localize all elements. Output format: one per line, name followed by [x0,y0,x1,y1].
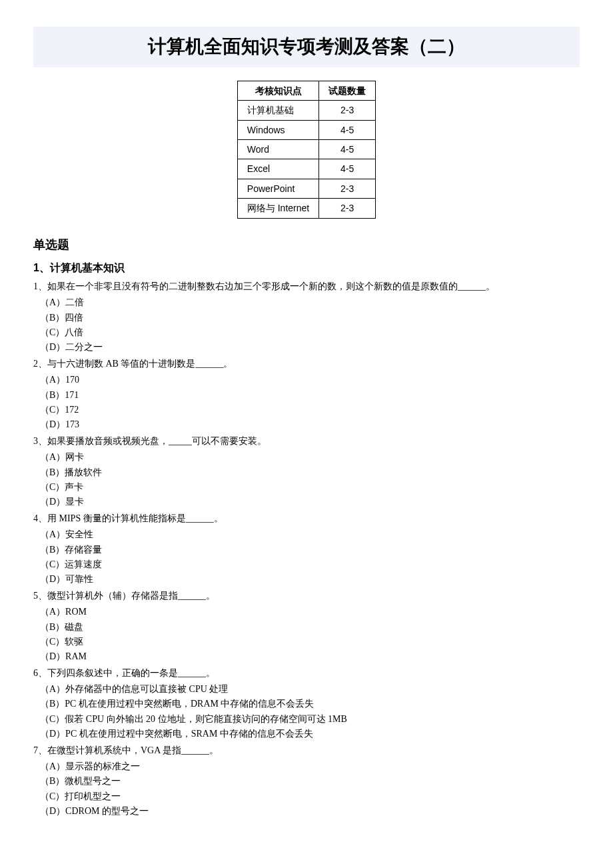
question-stem: 2、与十六进制数 AB 等值的十进制数是______。 [33,357,580,371]
cell-count: 2-3 [319,179,376,198]
option: （D）可靠性 [40,572,580,587]
question-stem: 4、用 MIPS 衡量的计算机性能指标是______。 [33,511,580,526]
option: （D）二分之一 [40,340,580,355]
option: （A）外存储器中的信息可以直接被 CPU 处理 [40,682,580,697]
question-block: 3、如果要播放音频或视频光盘，_____可以不需要安装。 （A）网卡 （B）播放… [33,434,580,510]
question-stem: 7、在微型计算机系统中，VGA 是指______。 [33,743,580,758]
option: （A）ROM [40,605,580,619]
question-block: 4、用 MIPS 衡量的计算机性能指标是______。 （A）安全性 （B）存储… [33,511,580,587]
cell-count: 4-5 [319,139,376,159]
cell-topic: 网络与 Internet [237,199,318,218]
table-header-row: 考核知识点 试题数量 [237,81,375,100]
cell-topic: Word [237,139,318,159]
option: （A）安全性 [40,527,580,542]
cell-count: 2-3 [319,199,376,218]
question-stem: 3、如果要播放音频或视频光盘，_____可以不需要安装。 [33,434,580,449]
option: （C）声卡 [40,480,580,495]
table-row: Windows 4-5 [237,120,375,139]
option: （C）打印机型之一 [40,789,580,804]
question-block: 7、在微型计算机系统中，VGA 是指______。 （A）显示器的标准之一 （B… [33,743,580,819]
option: （B）微机型号之一 [40,774,580,789]
option: （A）显示器的标准之一 [40,759,580,774]
table-row: 网络与 Internet 2-3 [237,199,375,218]
option: （C）八倍 [40,325,580,340]
option: （C）172 [40,403,580,417]
question-stem: 6、下列四条叙述中，正确的一条是______。 [33,666,580,681]
page-title: 计算机全面知识专项考测及答案（二） [148,32,465,62]
cell-topic: PowerPoint [237,179,318,198]
question-block: 1、如果在一个非零且没有符号的二进制整数右边加三个零形成一个新的数，则这个新数的… [33,279,580,355]
subsection-heading: 1、计算机基本知识 [33,259,580,277]
cell-count: 4-5 [319,120,376,139]
option: （A）二倍 [40,295,580,310]
cell-topic: 计算机基础 [237,101,318,120]
question-block: 6、下列四条叙述中，正确的一条是______。 （A）外存储器中的信息可以直接被… [33,666,580,742]
cell-topic: Windows [237,120,318,139]
option: （B）171 [40,388,580,403]
summary-table: 考核知识点 试题数量 计算机基础 2-3 Windows 4-5 Word 4-… [237,81,376,219]
option: （B）存储容量 [40,543,580,557]
question-block: 2、与十六进制数 AB 等值的十进制数是______。 （A）170 （B）17… [33,357,580,433]
title-bar: 计算机全面知识专项考测及答案（二） [33,27,580,67]
option: （D）173 [40,417,580,432]
option: （C）软驱 [40,635,580,649]
section-heading: 单选题 [33,235,580,255]
option: （D）RAM [40,649,580,664]
option: （B）磁盘 [40,620,580,635]
question-stem: 1、如果在一个非零且没有符号的二进制整数右边加三个零形成一个新的数，则这个新数的… [33,279,580,294]
cell-topic: Excel [237,159,318,179]
table-row: Excel 4-5 [237,159,375,179]
question-block: 5、微型计算机外（辅）存储器是指______。 （A）ROM （B）磁盘 （C）… [33,589,580,665]
header-topic: 考核知识点 [237,81,318,100]
option: （A）网卡 [40,450,580,465]
option: （B）四倍 [40,311,580,325]
table-row: 计算机基础 2-3 [237,101,375,120]
option: （C）运算速度 [40,557,580,572]
cell-count: 2-3 [319,101,376,120]
option: （D）显卡 [40,495,580,509]
question-stem: 5、微型计算机外（辅）存储器是指______。 [33,589,580,603]
option: （D）PC 机在使用过程中突然断电，SRAM 中存储的信息不会丢失 [40,727,580,741]
option: （D）CDROM 的型号之一 [40,804,580,819]
option: （B）播放软件 [40,465,580,480]
option: （C）假若 CPU 向外输出 20 位地址，则它能直接访问的存储空间可达 1MB [40,712,580,727]
table-row: PowerPoint 2-3 [237,179,375,198]
option: （A）170 [40,373,580,387]
cell-count: 4-5 [319,159,376,179]
table-row: Word 4-5 [237,139,375,159]
option: （B）PC 机在使用过程中突然断电，DRAM 中存储的信息不会丢失 [40,697,580,711]
header-count: 试题数量 [319,81,376,100]
